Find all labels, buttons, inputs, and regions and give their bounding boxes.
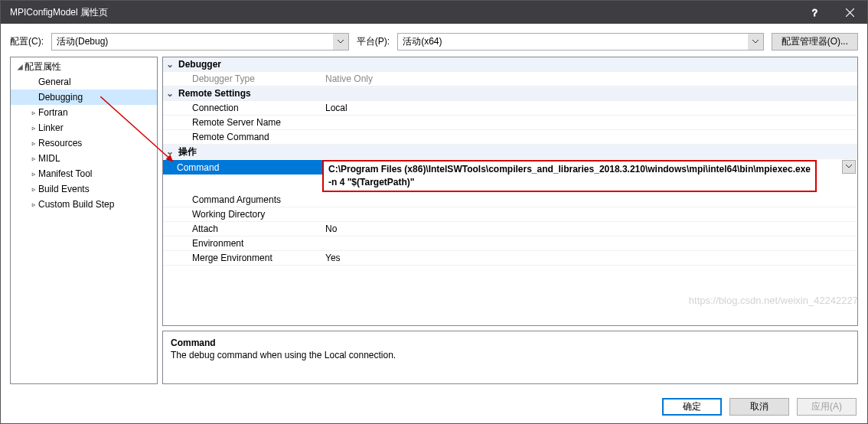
- window-title: MPIConfigModel 属性页: [10, 6, 797, 19]
- tree-item-label: Fortran: [38, 107, 68, 118]
- group-label: Debugger: [177, 59, 322, 70]
- tree-item-fortran[interactable]: ▹Fortran: [11, 105, 157, 120]
- row-command[interactable]: Command C:\Program Files (x86)\IntelSWTo…: [163, 159, 857, 193]
- tree-item-midl[interactable]: ▹MIDL: [11, 151, 157, 166]
- property-grid[interactable]: ⌄ Debugger Debugger Type Native Only ⌄ R…: [162, 57, 858, 326]
- ok-button[interactable]: 确定: [662, 398, 722, 416]
- config-input[interactable]: [51, 33, 349, 51]
- group-label: 操作: [177, 145, 322, 158]
- prop-value[interactable]: No: [322, 223, 857, 234]
- prop-label: Debugger Type: [177, 73, 322, 84]
- row-remote-server[interactable]: Remote Server Name: [163, 116, 857, 130]
- chevron-down-icon: [846, 165, 852, 169]
- body: ◢ 配置属性 GeneralDebugging▹Fortran▹Linker▹R…: [1, 57, 867, 390]
- prop-label: Connection: [177, 103, 322, 113]
- collapse-icon[interactable]: ⌄: [163, 59, 177, 70]
- expand-icon[interactable]: ▹: [29, 153, 38, 164]
- expand-icon[interactable]: ▹: [29, 138, 38, 148]
- tree-item-label: Linker: [38, 122, 64, 133]
- titlebar: MPIConfigModel 属性页 ?: [1, 1, 867, 24]
- row-connection[interactable]: Connection Local: [163, 101, 857, 116]
- expand-icon[interactable]: ▹: [29, 199, 38, 210]
- tree-item-label: Resources: [38, 138, 82, 148]
- command-value-wrap[interactable]: C:\Program Files (x86)\IntelSWTools\comp…: [322, 160, 857, 192]
- group-label: Remote Settings: [177, 88, 322, 99]
- row-attach[interactable]: Attach No: [163, 222, 857, 236]
- tree[interactable]: ◢ 配置属性 GeneralDebugging▹Fortran▹Linker▹R…: [10, 57, 158, 384]
- expand-icon[interactable]: ▹: [29, 184, 38, 194]
- property-pages-window: MPIConfigModel 属性页 ? 配置(C): 平台(P): 配置管理器…: [0, 0, 868, 424]
- tree-item-build-events[interactable]: ▹Build Events: [11, 181, 157, 197]
- collapse-icon[interactable]: ⌄: [163, 146, 177, 157]
- help-name: Command: [171, 338, 850, 348]
- expand-icon[interactable]: ▹: [29, 107, 38, 118]
- command-highlight-box: C:\Program Files (x86)\IntelSWTools\comp…: [322, 160, 817, 192]
- toolbar: 配置(C): 平台(P): 配置管理器(O)...: [1, 24, 867, 57]
- tree-item-general[interactable]: General: [11, 74, 157, 90]
- platform-label: 平台(P):: [357, 35, 390, 48]
- tree-item-resources[interactable]: ▹Resources: [11, 135, 157, 151]
- prop-value[interactable]: Yes: [322, 253, 857, 263]
- prop-label: Command Arguments: [177, 194, 322, 205]
- prop-label: Merge Environment: [177, 253, 322, 263]
- tree-item-manifest-tool[interactable]: ▹Manifest Tool: [11, 166, 157, 181]
- command-value-line2: -n 4 "$(TargetPath)": [328, 176, 811, 189]
- collapse-icon[interactable]: ⌄: [163, 88, 177, 99]
- platform-dropdown-button[interactable]: [748, 34, 763, 50]
- command-dropdown-button[interactable]: [842, 160, 856, 174]
- tree-item-label: Debugging: [38, 92, 83, 103]
- tree-item-debugging[interactable]: Debugging: [11, 90, 157, 105]
- tree-root[interactable]: ◢ 配置属性: [11, 59, 157, 74]
- prop-value: Native Only: [322, 73, 857, 84]
- help-button[interactable]: ?: [797, 1, 832, 24]
- footer: 确定 取消 应用(A): [1, 390, 867, 423]
- tree-item-custom-build-step[interactable]: ▹Custom Build Step: [11, 197, 157, 212]
- chevron-down-icon: [338, 40, 344, 44]
- right-pane: ⌄ Debugger Debugger Type Native Only ⌄ R…: [162, 57, 858, 384]
- command-value-line1: C:\Program Files (x86)\IntelSWTools\comp…: [328, 163, 811, 176]
- svg-text:?: ?: [812, 8, 817, 17]
- prop-label: Remote Server Name: [177, 117, 322, 128]
- tree-item-label: Build Events: [38, 184, 90, 194]
- group-debugger[interactable]: ⌄ Debugger: [163, 57, 857, 72]
- tree-root-label: 配置属性: [24, 60, 61, 73]
- watermark: https://blog.csdn.net/weixin_42242227: [689, 295, 858, 306]
- apply-button[interactable]: 应用(A): [797, 398, 857, 416]
- expand-icon[interactable]: ▹: [29, 168, 38, 179]
- row-remote-command[interactable]: Remote Command: [163, 130, 857, 145]
- row-merge-env[interactable]: Merge Environment Yes: [163, 251, 857, 266]
- tree-item-linker[interactable]: ▹Linker: [11, 120, 157, 135]
- prop-label: Working Directory: [177, 209, 322, 220]
- prop-label: Remote Command: [177, 132, 322, 142]
- platform-combo[interactable]: [397, 33, 764, 51]
- prop-value[interactable]: Local: [322, 103, 857, 113]
- tree-item-label: Manifest Tool: [38, 168, 92, 179]
- group-remote[interactable]: ⌄ Remote Settings: [163, 86, 857, 101]
- row-environment[interactable]: Environment: [163, 236, 857, 251]
- collapse-icon[interactable]: ◢: [15, 61, 24, 72]
- expand-icon[interactable]: ▹: [29, 122, 38, 133]
- cancel-button[interactable]: 取消: [729, 398, 789, 416]
- tree-item-label: MIDL: [38, 153, 60, 164]
- config-label: 配置(C):: [10, 35, 44, 48]
- chevron-down-icon: [752, 40, 759, 44]
- help-desc: The debug command when using the Local c…: [171, 350, 850, 360]
- row-debugger-type[interactable]: Debugger Type Native Only: [163, 72, 857, 86]
- platform-input[interactable]: [397, 33, 764, 51]
- group-operation[interactable]: ⌄ 操作: [163, 145, 857, 159]
- tree-item-label: Custom Build Step: [38, 199, 114, 210]
- config-manager-button[interactable]: 配置管理器(O)...: [772, 33, 858, 51]
- config-combo[interactable]: [51, 33, 349, 51]
- row-working-dir[interactable]: Working Directory: [163, 207, 857, 222]
- close-button[interactable]: [832, 1, 867, 24]
- prop-label: Attach: [177, 223, 322, 234]
- help-panel: Command The debug command when using the…: [162, 331, 858, 384]
- tree-item-label: General: [38, 77, 71, 87]
- prop-label-selected: Command: [162, 160, 322, 174]
- config-dropdown-button[interactable]: [333, 34, 348, 50]
- prop-label: Environment: [177, 238, 322, 249]
- row-command-args[interactable]: Command Arguments: [163, 193, 857, 207]
